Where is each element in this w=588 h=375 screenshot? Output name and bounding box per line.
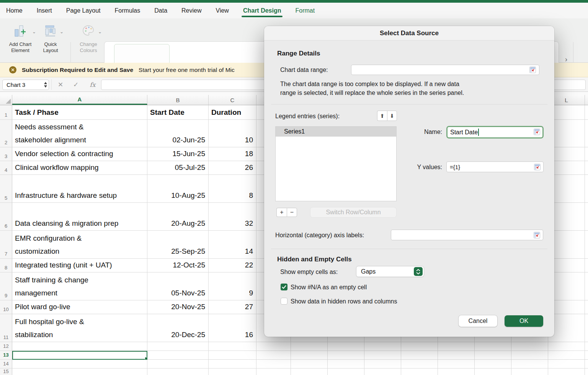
cell-c3[interactable]: 18 — [209, 147, 256, 161]
axis-labels-input[interactable] — [391, 230, 543, 240]
tab-page-layout[interactable]: Page Layout — [66, 3, 101, 18]
quick-layout-button[interactable]: ⌄ Quick Layout — [37, 22, 64, 54]
fill-handle[interactable] — [145, 357, 147, 360]
cell-c14[interactable] — [209, 360, 256, 368]
row-header-5[interactable]: 5 — [0, 175, 12, 203]
cell-b2[interactable]: 02-Jun-25 — [147, 120, 209, 147]
select-all-corner[interactable] — [0, 95, 12, 105]
cell-c8[interactable]: 22 — [209, 259, 256, 272]
tab-review[interactable]: Review — [181, 3, 201, 18]
row-header-1[interactable]: 1 — [0, 105, 12, 120]
cell-a13[interactable] — [12, 351, 147, 360]
cell-g14[interactable] — [364, 360, 401, 368]
cell-c6[interactable]: 32 — [209, 203, 256, 231]
tab-format[interactable]: Format — [295, 3, 315, 18]
cell-d15[interactable] — [256, 368, 291, 375]
cell-c10[interactable]: 27 — [209, 300, 256, 314]
cell-a3[interactable]: Vendor selection & contracting — [12, 147, 147, 161]
cell-d13[interactable] — [256, 351, 291, 360]
cell-m9[interactable] — [585, 272, 588, 300]
show-empty-cells-dropdown[interactable]: Gaps — [356, 266, 424, 277]
cell-d12[interactable] — [256, 342, 291, 351]
cell-j15[interactable] — [475, 368, 511, 375]
cell-g13[interactable] — [364, 351, 401, 360]
cell-j14[interactable] — [475, 360, 511, 368]
insert-function-icon[interactable]: fx — [87, 79, 98, 90]
range-selector-icon[interactable] — [534, 129, 540, 135]
cell-k15[interactable] — [511, 368, 548, 375]
row-header-8[interactable]: 8 — [0, 259, 12, 272]
tab-insert[interactable]: Insert — [37, 3, 52, 18]
row-header-11[interactable]: 11 — [0, 314, 12, 342]
cell-a8[interactable]: Integrated testing (unit + UAT) — [12, 259, 147, 272]
cell-m13[interactable] — [585, 351, 588, 360]
cell-e14[interactable] — [291, 360, 328, 368]
cell-j13[interactable] — [475, 351, 511, 360]
cell-c2[interactable]: 10 — [209, 120, 256, 147]
cell-c13[interactable] — [209, 351, 256, 360]
add-chart-element-button[interactable]: ⌄ Add Chart Element — [4, 22, 37, 54]
cell-m8[interactable] — [585, 259, 588, 272]
cell-b10[interactable]: 20-Nov-25 — [147, 300, 209, 314]
add-series-button[interactable]: + — [276, 208, 287, 217]
cell-m7[interactable] — [585, 231, 588, 259]
cell-m3[interactable] — [585, 147, 588, 161]
cell-m10[interactable] — [585, 300, 588, 314]
tab-home[interactable]: Home — [6, 3, 23, 18]
cell-a10[interactable]: Pilot ward go-live — [12, 300, 147, 314]
column-header-c[interactable]: C — [209, 95, 256, 105]
cell-f12[interactable] — [328, 342, 364, 351]
column-header-a[interactable]: A — [12, 95, 147, 105]
cell-b15[interactable] — [147, 368, 209, 375]
cell-h12[interactable] — [401, 342, 438, 351]
row-header-3[interactable]: 3 — [0, 147, 12, 161]
show-hidden-data-checkbox[interactable] — [281, 298, 287, 305]
row-header-15[interactable]: 15 — [0, 368, 12, 375]
cell-m12[interactable] — [585, 342, 588, 351]
chart-data-range-input[interactable] — [351, 65, 539, 75]
cell-b9[interactable]: 05-Nov-25 — [147, 272, 209, 300]
cancel-button[interactable]: Cancel — [459, 315, 497, 327]
cell-k12[interactable] — [511, 342, 548, 351]
cell-h15[interactable] — [401, 368, 438, 375]
cell-b11[interactable]: 20-Dec-25 — [147, 314, 209, 342]
cell-i13[interactable] — [438, 351, 475, 360]
cell-h13[interactable] — [401, 351, 438, 360]
row-header-14[interactable]: 14 — [0, 360, 12, 368]
row-header-6[interactable]: 6 — [0, 203, 12, 231]
cell-m15[interactable] — [585, 368, 588, 375]
cell-m11[interactable] — [585, 314, 588, 342]
tab-chart-design[interactable]: Chart Design — [243, 3, 281, 18]
range-selector-icon[interactable] — [534, 232, 540, 238]
cell-l12[interactable] — [548, 342, 585, 351]
confirm-entry-icon[interactable]: ✓ — [70, 79, 81, 90]
cell-b5[interactable]: 10-Aug-25 — [147, 175, 209, 203]
cell-b14[interactable] — [147, 360, 209, 368]
row-header-10[interactable]: 10 — [0, 300, 12, 314]
cell-j12[interactable] — [475, 342, 511, 351]
series-name-input[interactable]: Start Date — [446, 126, 544, 139]
cell-m4[interactable] — [585, 161, 588, 175]
cell-e12[interactable] — [291, 342, 328, 351]
cell-e13[interactable] — [291, 351, 328, 360]
series-list-item[interactable]: Series1 — [276, 127, 396, 137]
cell-l14[interactable] — [548, 360, 585, 368]
cell-a6[interactable]: Data cleansing & migration prep — [12, 203, 147, 231]
cell-c15[interactable] — [209, 368, 256, 375]
cell-a12[interactable] — [12, 342, 147, 351]
cell-c1[interactable]: Duration — [209, 105, 256, 120]
cell-g12[interactable] — [364, 342, 401, 351]
cell-l15[interactable] — [548, 368, 585, 375]
switch-row-column-button[interactable]: Switch Row/Column — [310, 207, 397, 218]
name-box-spinner[interactable] — [42, 80, 49, 90]
move-series-down-button[interactable]: ⬇ — [387, 111, 397, 121]
cell-a5[interactable]: Infrastructure & hardware setup — [12, 175, 147, 203]
cell-a2[interactable]: Needs assessment & stakeholder alignment — [12, 120, 147, 147]
cell-c7[interactable]: 14 — [209, 231, 256, 259]
tab-data[interactable]: Data — [154, 3, 167, 18]
row-header-2[interactable]: 2 — [0, 120, 12, 147]
cell-i15[interactable] — [438, 368, 475, 375]
cell-i14[interactable] — [438, 360, 475, 368]
warning-message[interactable]: Start your free one month trial of Mic — [139, 67, 235, 73]
range-selector-icon[interactable] — [529, 67, 536, 73]
